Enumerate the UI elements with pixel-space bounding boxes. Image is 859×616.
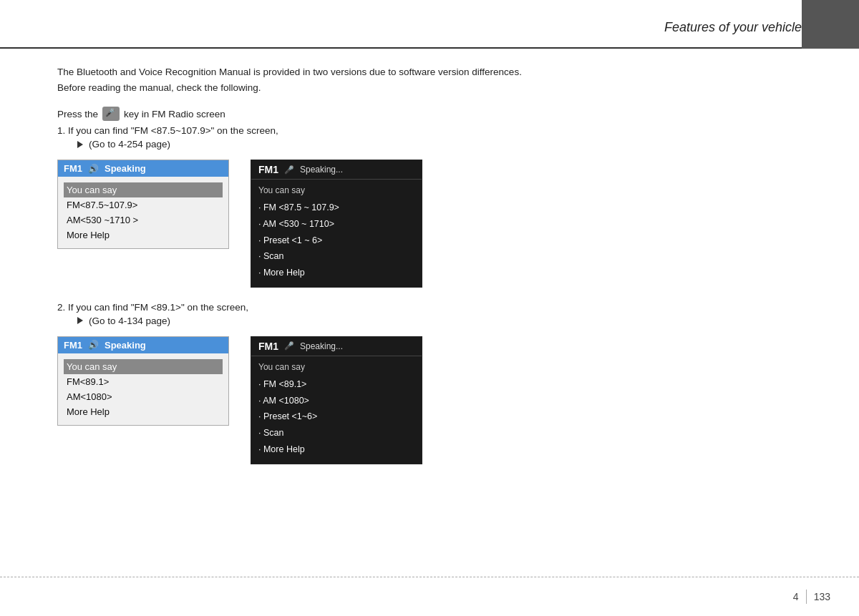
main-content: The Bluetooth and Voice Recognition Manu… — [57, 64, 802, 573]
section1-screens: FM1 🔊 Speaking You can say FM<87.5~107.9… — [57, 160, 802, 288]
footer: 4 133 — [0, 577, 859, 616]
mic-icon-2: 🎤 — [284, 341, 294, 351]
screen2-left-speaking: Speaking — [105, 340, 146, 351]
screen2-item-2: · Preset <1~6> — [258, 409, 414, 425]
screen1-row-2: AM<530 ~1710 > — [64, 212, 223, 228]
speaker-icon-2: 🔊 — [88, 340, 99, 350]
screen1-left-speaking: Speaking — [105, 163, 146, 174]
speaker-icon: 🔊 — [88, 164, 99, 174]
screen2-row-3: More Help — [64, 404, 223, 419]
page-number-text: 133 — [814, 591, 830, 602]
section2: 2. If you can find "FM <89.1>" on the sc… — [57, 302, 802, 464]
screen1-item-3: · Scan — [258, 248, 414, 265]
screen1-left-header: FM1 🔊 Speaking — [58, 160, 228, 177]
screen1-right-header: FM1 🎤 Speaking... — [251, 160, 422, 180]
screen1-row-3: More Help — [64, 228, 223, 243]
press-key-line: Press the key in FM Radio screen — [57, 107, 802, 121]
screen1-item-1: · AM <530 ~ 1710> — [258, 216, 414, 233]
header-bar: Features of your vehicle — [0, 0, 859, 49]
screen1-left-body: You can say FM<87.5~107.9> AM<530 ~1710 … — [58, 177, 228, 248]
screen1-row-1: FM<87.5~107.9> — [64, 197, 223, 212]
screen2-right-body: You can say · FM <89.1> · AM <1080> · Pr… — [251, 356, 422, 464]
section2-screens: FM1 🔊 Speaking You can say FM<89.1> AM<1… — [57, 336, 802, 464]
header-accent-block — [802, 0, 859, 49]
page-number: 4 133 — [793, 590, 830, 604]
screen2-item-4: · More Help — [258, 441, 414, 458]
arrow-icon-2 — [77, 317, 83, 324]
screen2-item-3: · Scan — [258, 425, 414, 441]
screen2-right-fm: FM1 — [258, 341, 278, 352]
screen2-you-can-say: You can say — [258, 362, 414, 372]
screen1-right-speaking: Speaking... — [300, 165, 343, 175]
screen1-you-can-say: You can say — [258, 185, 414, 195]
section2-goto: (Go to 4-134 page) — [77, 316, 802, 326]
section1-condition: 1. If you can find "FM <87.5~107.9>" on … — [57, 125, 802, 136]
screen2-row-0: You can say — [64, 359, 223, 374]
screen2-item-0: · FM <89.1> — [258, 376, 414, 393]
screen1-left-fm: FM1 — [64, 163, 82, 174]
header-title: Features of your vehicle — [664, 20, 802, 35]
key-icon — [102, 107, 120, 121]
screen2-row-1: FM<89.1> — [64, 374, 223, 389]
page-separator — [806, 590, 807, 604]
page-section: 4 — [793, 591, 799, 602]
screen2-right-header: FM1 🎤 Speaking... — [251, 337, 422, 356]
screen1-item-4: · More Help — [258, 265, 414, 281]
screen1-right: FM1 🎤 Speaking... You can say · FM <87.5… — [251, 160, 422, 288]
screen2-right: FM1 🎤 Speaking... You can say · FM <89.1… — [251, 336, 422, 464]
screen1-item-2: · Preset <1 ~ 6> — [258, 233, 414, 249]
screen2-left-fm: FM1 — [64, 340, 82, 351]
screen1-row-0: You can say — [64, 182, 223, 197]
intro-line1: The Bluetooth and Voice Recognition Manu… — [57, 64, 802, 95]
screen1-left: FM1 🔊 Speaking You can say FM<87.5~107.9… — [57, 160, 229, 249]
mic-icon: 🎤 — [284, 165, 294, 175]
screen2-left-header: FM1 🔊 Speaking — [58, 337, 228, 353]
section1-goto: (Go to 4-254 page) — [77, 139, 802, 150]
screen2-row-2: AM<1080> — [64, 389, 223, 404]
screen2-item-1: · AM <1080> — [258, 393, 414, 409]
screen1-right-body: You can say · FM <87.5 ~ 107.9> · AM <53… — [251, 180, 422, 287]
screen1-item-0: · FM <87.5 ~ 107.9> — [258, 200, 414, 216]
screen2-left-body: You can say FM<89.1> AM<1080> More Help — [58, 353, 228, 425]
section2-condition: 2. If you can find "FM <89.1>" on the sc… — [57, 302, 802, 313]
screen2-left: FM1 🔊 Speaking You can say FM<89.1> AM<1… — [57, 336, 229, 426]
arrow-icon — [77, 141, 83, 148]
screen2-right-speaking: Speaking... — [300, 341, 343, 351]
screen1-right-fm: FM1 — [258, 164, 278, 175]
